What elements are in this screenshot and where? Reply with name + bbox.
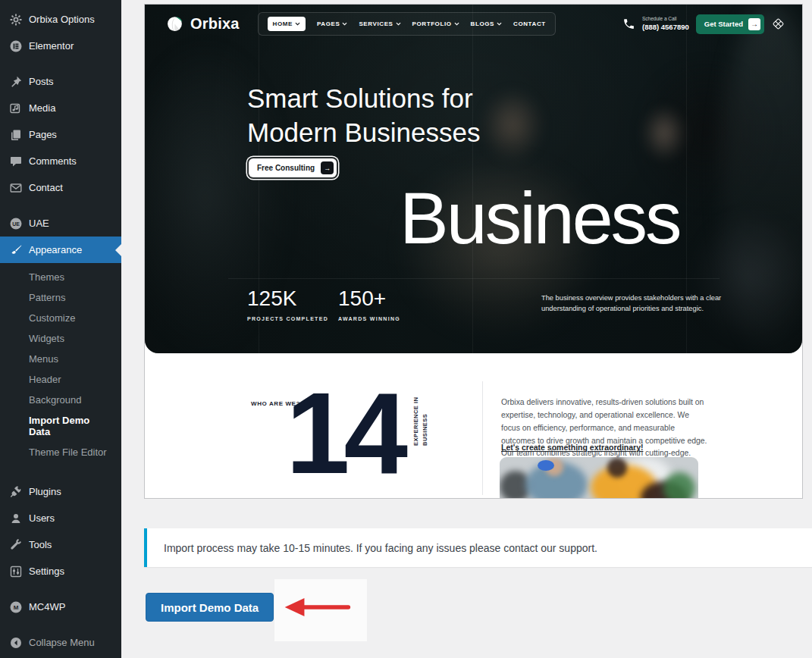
- sidebar-item-orbixa-options[interactable]: Orbixa Options: [0, 6, 121, 33]
- sidebar-item-posts[interactable]: Posts: [0, 68, 121, 95]
- hero-stats: 125KPROJECTS COMPLETED150+AWARDS WINNING: [247, 287, 429, 321]
- appearance-submenu: ThemesPatternsCustomizeWidgetsMenusHeade…: [0, 263, 121, 469]
- theme-nav-label: SERVICES: [359, 20, 393, 27]
- sidebar-item-uae[interactable]: UEUAE: [0, 210, 121, 237]
- vertical-label-line2: BUSINESS: [422, 414, 428, 446]
- sidebar-subitem-themes[interactable]: Themes: [0, 267, 121, 287]
- mc4wp-icon: M: [9, 600, 22, 613]
- hero-photo-shape: [634, 96, 694, 171]
- brush-icon: [9, 243, 22, 256]
- phone-icon: [622, 17, 635, 30]
- vertical-label-line1: EXPERIENCE IN: [412, 397, 419, 446]
- admin-sidebar: Orbixa OptionsElementorPostsMediaPagesCo…: [0, 0, 121, 658]
- sidebar-item-contact[interactable]: Contact: [0, 174, 121, 201]
- about-years-number: 14: [286, 375, 402, 490]
- sidebar-item-mc4wp[interactable]: MMC4WP: [0, 594, 121, 620]
- stat-label: PROJECTS COMPLETED: [247, 316, 338, 321]
- sidebar-item-label: Elementor: [29, 40, 74, 52]
- sidebar-subitem-background[interactable]: Background: [0, 390, 121, 410]
- hero-heading-line2: Modern Businesses: [247, 118, 480, 147]
- sidebar-item-collapse-menu[interactable]: Collapse Menu: [0, 629, 121, 656]
- pin-icon: [9, 75, 22, 88]
- chevron-down-icon: [497, 22, 502, 26]
- sidebar-item-label: UAE: [29, 218, 49, 229]
- arrow-right-icon: →: [748, 18, 760, 30]
- schedule-call-block: Schedule a Call (888) 4567890: [642, 16, 689, 32]
- stat-value: 150+: [338, 287, 429, 311]
- theme-preview-image: Orbixa HOMEPAGESSERVICESPORTFOLIOBLOGSCO…: [144, 4, 803, 499]
- pages-icon: [9, 128, 22, 141]
- theme-nav-services: SERVICES: [359, 20, 400, 27]
- sidebar-item-label: Plugins: [29, 486, 61, 497]
- sidebar-item-comments[interactable]: Comments: [0, 148, 121, 174]
- sidebar-item-media[interactable]: Media: [0, 95, 121, 121]
- logo-text: Orbixa: [190, 15, 240, 33]
- sidebar-item-pages[interactable]: Pages: [0, 121, 121, 148]
- settings-icon: [9, 565, 22, 578]
- sidebar-item-plugins[interactable]: Plugins: [0, 478, 121, 505]
- hero-photo-shape: [471, 77, 554, 175]
- import-demo-data-button[interactable]: Import Demo Data: [146, 593, 274, 622]
- chevron-down-icon: [342, 22, 347, 26]
- sidebar-item-elementor[interactable]: Elementor: [0, 33, 121, 59]
- sidebar-subitem-customize[interactable]: Customize: [0, 308, 121, 328]
- envelope-icon: [9, 181, 22, 194]
- sidebar-item-tools[interactable]: Tools: [0, 531, 121, 558]
- media-icon: [9, 102, 22, 114]
- about-divider: [482, 381, 483, 495]
- about-link: Let's create something extraordinary!: [501, 443, 643, 452]
- preview-hero-section: Orbixa HOMEPAGESSERVICESPORTFOLIOBLOGSCO…: [145, 5, 802, 353]
- hero-heading-line1: Smart Solutions for: [247, 83, 473, 113]
- diamond-menu-icon: [771, 17, 785, 31]
- get-started-label: Get Started: [704, 20, 743, 28]
- uae-icon: UE: [9, 217, 22, 230]
- free-consulting-button: Free Consulting →: [249, 158, 337, 177]
- theme-nav-home: HOME: [268, 17, 306, 31]
- sidebar-item-label: Orbixa Options: [29, 14, 95, 25]
- sidebar-item-users[interactable]: Users: [0, 505, 121, 531]
- hero-blurb: The business overview provides stakehold…: [541, 293, 763, 315]
- orbixa-logo: Orbixa: [166, 14, 240, 33]
- theme-nav-portfolio: PORTFOLIO: [412, 20, 459, 27]
- sidebar-item-label: Tools: [29, 539, 52, 550]
- theme-nav-label: PAGES: [317, 20, 340, 27]
- gear-icon: [9, 13, 22, 26]
- sidebar-subitem-header[interactable]: Header: [0, 369, 121, 390]
- sidebar-item-label: Collapse Menu: [29, 637, 95, 648]
- sidebar-subitem-patterns[interactable]: Patterns: [0, 287, 121, 308]
- theme-nav-label: HOME: [273, 20, 293, 27]
- sidebar-item-appearance[interactable]: Appearance: [0, 237, 121, 263]
- theme-nav-pages: PAGES: [317, 20, 347, 27]
- hero-stat-awards-winning: 150+AWARDS WINNING: [338, 287, 429, 321]
- sidebar-item-label: Pages: [29, 129, 57, 140]
- sidebar-subitem-menus[interactable]: Menus: [0, 349, 121, 369]
- sidebar-subitem-theme-file-editor[interactable]: Theme File Editor: [0, 442, 121, 462]
- collapse-icon: [9, 636, 22, 649]
- import-notice: Import process may take 10-15 minutes. I…: [144, 528, 812, 567]
- sidebar-subitem-widgets[interactable]: Widgets: [0, 328, 121, 349]
- preview-navbar: Orbixa HOMEPAGESSERVICESPORTFOLIOBLOGSCO…: [145, 5, 802, 36]
- hero-divider-line: [228, 278, 720, 279]
- sidebar-menu-group: PostsMediaPagesCommentsContact: [0, 68, 121, 201]
- chevron-down-icon: [396, 22, 401, 26]
- theme-nav-label: PORTFOLIO: [412, 20, 452, 27]
- arrow-right-icon: →: [321, 161, 334, 174]
- hero-heading: Smart Solutions forModern Businesses: [247, 82, 480, 150]
- red-arrow-annotation: [282, 597, 352, 618]
- get-started-button: Get Started →: [696, 14, 764, 34]
- sidebar-item-label: Users: [29, 512, 55, 524]
- free-consulting-label: Free Consulting: [257, 164, 315, 172]
- import-notice-text: Import process may take 10-15 minutes. I…: [164, 542, 597, 554]
- sidebar-menu-group: Orbixa OptionsElementor: [0, 6, 121, 59]
- about-team-photo: [500, 457, 698, 499]
- sidebar-menu-group: MMC4WP: [0, 594, 121, 620]
- sidebar-subitem-import-demo-data[interactable]: Import Demo Data: [0, 410, 121, 442]
- plugin-icon: [9, 485, 22, 498]
- hero-watermark-text: Business: [400, 181, 680, 255]
- phone-number: (888) 4567890: [642, 23, 689, 32]
- users-icon: [9, 512, 22, 525]
- sidebar-item-label: Settings: [29, 566, 64, 577]
- preview-nav-menu: HOMEPAGESSERVICESPORTFOLIOBLOGSCONTACT: [258, 12, 556, 36]
- sidebar-item-label: Contact: [29, 182, 63, 193]
- sidebar-item-settings[interactable]: Settings: [0, 558, 121, 584]
